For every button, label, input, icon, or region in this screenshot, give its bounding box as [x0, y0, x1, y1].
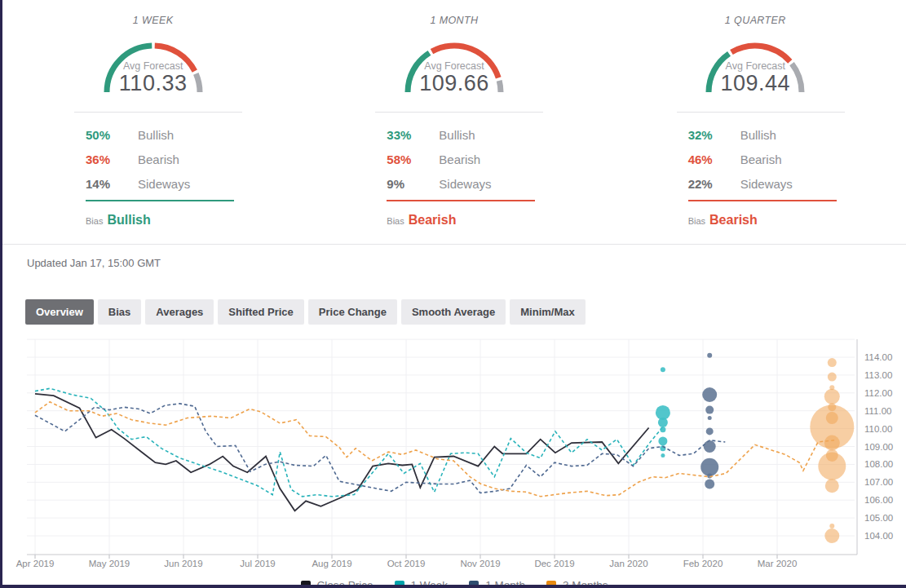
bearish-percent: 58%: [387, 153, 439, 166]
forecast-card-1-week: 1 WEEK Avg Forecast 110.33 50% Bullish 3…: [2, 11, 303, 228]
svg-text:Oct 2019: Oct 2019: [387, 559, 426, 568]
avg-forecast-label: Avg Forecast: [694, 60, 816, 72]
svg-text:Jan 2020: Jan 2020: [609, 559, 647, 568]
bullish-percent: 32%: [688, 128, 740, 142]
bias-underline: [688, 200, 837, 201]
svg-text:Aug 2019: Aug 2019: [312, 559, 351, 568]
bullish-label: Bullish: [740, 128, 776, 142]
stat-row-bullish: 50% Bullish: [86, 122, 303, 147]
svg-text:105.00: 105.00: [864, 513, 893, 523]
bias-underline: [86, 200, 234, 201]
stat-row-sideways: 22% Sideways: [688, 171, 906, 196]
tab-overview[interactable]: Overview: [25, 299, 94, 325]
avg-forecast-label: Avg Forecast: [393, 60, 515, 72]
sideways-percent: 14%: [86, 177, 138, 191]
legend-item-3-months[interactable]: 3 Months: [546, 579, 608, 588]
updated-timestamp: Updated Jan 17, 15:00 GMT: [27, 257, 906, 269]
svg-text:111.00: 111.00: [864, 406, 891, 416]
svg-text:Jul 2019: Jul 2019: [240, 559, 275, 568]
bullish-percent: 50%: [86, 128, 138, 142]
stat-row-bearish: 58% Bearish: [387, 147, 604, 171]
stat-row-bullish: 32% Bullish: [688, 122, 906, 147]
tab-smooth-average[interactable]: Smooth Average: [401, 299, 506, 325]
sentiment-stats: 50% Bullish 36% Bearish 14% Sideways: [2, 122, 303, 196]
avg-forecast-value: 110.33: [92, 71, 214, 96]
forecast-card-1-month: 1 MONTH Avg Forecast 109.66 33% Bullish …: [303, 11, 604, 228]
forecast-card-1-quarter: 1 QUARTER Avg Forecast 109.44 32% Bullis…: [605, 11, 906, 228]
avg-forecast-label: Avg Forecast: [92, 60, 214, 72]
avg-forecast-value: 109.44: [694, 71, 816, 96]
chart-legend: Close Price 1 Week 1 Month 3 Months: [2, 579, 906, 588]
sideways-percent: 22%: [688, 177, 740, 191]
price-forecast-chart[interactable]: Apr 2019May 2019Jun 2019Jul 2019Aug 2019…: [2, 334, 906, 576]
one-month-swatch: [469, 581, 479, 588]
svg-text:Dec 2019: Dec 2019: [534, 559, 574, 568]
stat-row-bearish: 36% Bearish: [86, 147, 303, 171]
legend-label: 1 Month: [485, 579, 525, 588]
forecast-poll-panel: 1 WEEK Avg Forecast 110.33 50% Bullish 3…: [0, 0, 906, 588]
legend-label: 3 Months: [563, 579, 608, 588]
svg-text:114.00: 114.00: [864, 352, 892, 362]
bearish-label: Bearish: [138, 153, 179, 166]
bearish-percent: 46%: [688, 153, 740, 166]
bias-value: Bearish: [409, 213, 457, 227]
stat-row-sideways: 14% Sideways: [86, 171, 303, 196]
svg-text:Feb 2020: Feb 2020: [683, 559, 723, 568]
card-period-title: 1 WEEK: [2, 15, 303, 26]
bias-row: BiasBearish: [303, 213, 604, 228]
bias-label: Bias: [387, 216, 404, 226]
gauge-1-week: Avg Forecast 110.33: [92, 31, 214, 98]
forecast-cards-row: 1 WEEK Avg Forecast 110.33 50% Bullish 3…: [2, 0, 906, 228]
avg-forecast-value: 109.66: [393, 71, 515, 96]
sideways-label: Sideways: [740, 177, 793, 191]
tab-bias[interactable]: Bias: [98, 299, 141, 325]
svg-text:Nov 2019: Nov 2019: [460, 559, 500, 568]
tab-minim-max[interactable]: Minim/Max: [510, 299, 585, 325]
bearish-percent: 36%: [86, 153, 138, 166]
svg-text:Jun 2019: Jun 2019: [164, 559, 202, 568]
bias-label: Bias: [86, 216, 103, 226]
bias-underline: [387, 200, 535, 201]
bias-value: Bearish: [709, 213, 758, 227]
svg-text:109.00: 109.00: [864, 442, 893, 452]
stat-row-sideways: 9% Sideways: [387, 171, 604, 196]
close-price-swatch: [301, 581, 311, 588]
legend-label: 1 Week: [411, 579, 449, 588]
tab-shifted-price[interactable]: Shifted Price: [218, 299, 303, 325]
svg-text:106.00: 106.00: [864, 495, 893, 505]
bias-row: BiasBearish: [605, 213, 906, 228]
bullish-percent: 33%: [387, 128, 439, 142]
card-period-title: 1 QUARTER: [605, 15, 906, 26]
one-week-swatch: [395, 581, 404, 588]
sideways-percent: 9%: [387, 177, 439, 191]
bias-row: BiasBullish: [2, 213, 303, 228]
svg-text:110.00: 110.00: [864, 424, 892, 434]
legend-item-1-week[interactable]: 1 Week: [395, 579, 449, 588]
sentiment-stats: 32% Bullish 46% Bearish 22% Sideways: [605, 122, 906, 196]
bearish-label: Bearish: [439, 153, 480, 166]
stat-row-bullish: 33% Bullish: [387, 122, 604, 147]
chart-tab-bar: Overview Bias Averages Shifted Price Pri…: [25, 299, 906, 325]
svg-text:108.00: 108.00: [864, 459, 893, 469]
sentiment-stats: 33% Bullish 58% Bearish 9% Sideways: [303, 122, 604, 196]
tab-price-change[interactable]: Price Change: [308, 299, 397, 325]
sideways-label: Sideways: [439, 177, 491, 191]
bullish-label: Bullish: [138, 128, 174, 142]
legend-item-close-price[interactable]: Close Price: [301, 579, 373, 588]
bullish-label: Bullish: [439, 128, 475, 142]
gauge-1-quarter: Avg Forecast 109.44: [694, 31, 816, 98]
svg-text:Mar 2020: Mar 2020: [758, 559, 798, 568]
card-divider: [677, 112, 845, 113]
tab-averages[interactable]: Averages: [145, 299, 214, 325]
section-divider: [2, 244, 906, 245]
legend-label: Close Price: [317, 579, 373, 588]
svg-text:May 2019: May 2019: [89, 559, 130, 568]
sideways-label: Sideways: [138, 177, 190, 191]
legend-item-1-month[interactable]: 1 Month: [469, 579, 525, 588]
svg-text:107.00: 107.00: [864, 477, 893, 487]
bearish-label: Bearish: [740, 153, 782, 166]
card-divider: [74, 112, 242, 113]
bias-label: Bias: [688, 216, 705, 226]
svg-text:112.00: 112.00: [864, 388, 892, 398]
svg-text:Apr 2019: Apr 2019: [16, 559, 55, 568]
